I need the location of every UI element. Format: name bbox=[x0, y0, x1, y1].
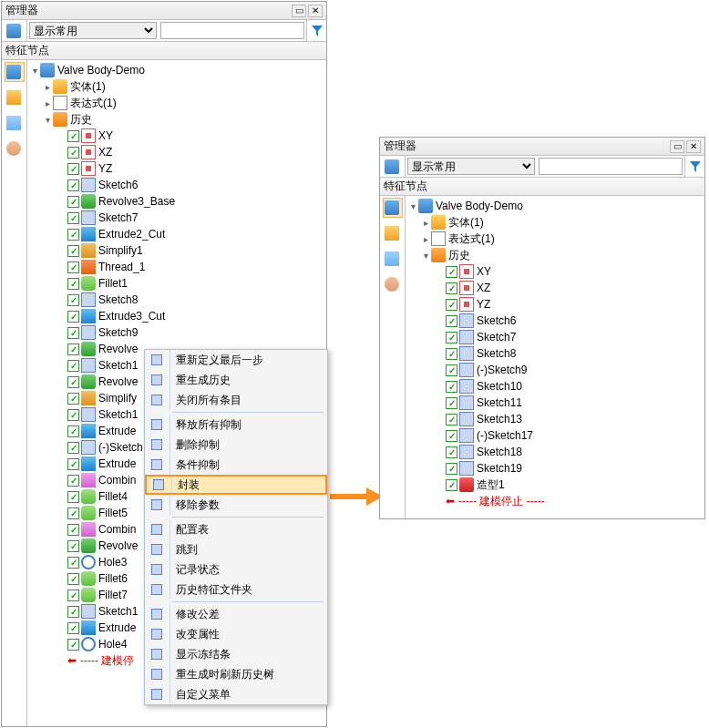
menu-item[interactable]: 重生成历史 bbox=[145, 370, 327, 390]
tree-item[interactable]: XY bbox=[406, 263, 704, 280]
checkbox[interactable] bbox=[67, 458, 79, 470]
tree-item[interactable]: XZ bbox=[406, 280, 704, 296]
checkbox[interactable] bbox=[67, 229, 79, 241]
mode-icon[interactable] bbox=[380, 156, 406, 177]
menu-item[interactable]: 配置表 bbox=[145, 519, 327, 539]
checkbox[interactable] bbox=[446, 364, 457, 376]
tree-item[interactable]: Revolve3_Base bbox=[27, 193, 326, 210]
tree-item[interactable]: YZ bbox=[27, 160, 326, 177]
tree-item[interactable]: Sketch11 bbox=[406, 395, 704, 411]
tree-history[interactable]: ▾历史 bbox=[27, 111, 326, 128]
checkbox[interactable] bbox=[67, 606, 79, 618]
sidebar-person-icon[interactable] bbox=[383, 274, 403, 294]
tree-item[interactable]: Sketch8 bbox=[406, 345, 704, 362]
sidebar-cube-icon[interactable] bbox=[5, 87, 25, 108]
tree-solids[interactable]: ▸实体(1) bbox=[27, 78, 326, 95]
checkbox[interactable] bbox=[446, 414, 457, 426]
menu-item[interactable]: 删除抑制 bbox=[145, 435, 327, 455]
checkbox[interactable] bbox=[67, 163, 79, 175]
checkbox[interactable] bbox=[67, 524, 79, 536]
checkbox[interactable] bbox=[446, 315, 457, 327]
menu-item[interactable]: 条件抑制 bbox=[145, 455, 327, 475]
checkbox[interactable] bbox=[67, 261, 79, 273]
checkbox[interactable] bbox=[67, 557, 79, 569]
tree-item[interactable]: Thread_1 bbox=[27, 259, 326, 275]
menu-item[interactable]: 改变属性 bbox=[145, 624, 327, 644]
checkbox[interactable] bbox=[67, 327, 79, 339]
checkbox[interactable] bbox=[67, 360, 79, 372]
menu-item[interactable]: 重生成时刷新历史树 bbox=[145, 664, 327, 684]
sidebar-assembly-icon[interactable] bbox=[5, 62, 25, 82]
menu-item[interactable]: 修改公差 bbox=[145, 604, 327, 624]
checkbox[interactable] bbox=[446, 397, 457, 409]
sidebar-person-icon[interactable] bbox=[5, 138, 25, 159]
checkbox[interactable] bbox=[67, 442, 79, 454]
menu-item[interactable]: 封装 bbox=[145, 475, 327, 495]
tree-item[interactable]: Sketch6 bbox=[406, 313, 704, 329]
tree-item[interactable]: Sketch18 bbox=[406, 444, 704, 460]
checkbox[interactable] bbox=[67, 426, 79, 437]
menu-item[interactable]: 记录状态 bbox=[145, 559, 327, 579]
checkbox[interactable] bbox=[446, 266, 457, 278]
tree-item[interactable]: Extrude3_Cut bbox=[27, 308, 326, 324]
checkbox[interactable] bbox=[67, 491, 79, 503]
tree-item[interactable]: Sketch6 bbox=[27, 177, 326, 193]
filter-button[interactable] bbox=[684, 156, 704, 177]
menu-item[interactable]: 历史特征文件夹 bbox=[145, 579, 327, 600]
checkbox[interactable] bbox=[446, 381, 457, 393]
sidebar-image-icon[interactable] bbox=[383, 249, 403, 269]
checkbox[interactable] bbox=[67, 130, 79, 142]
menu-item[interactable]: 重新定义最后一步 bbox=[145, 350, 327, 370]
tree-item[interactable]: Sketch19 bbox=[406, 460, 704, 477]
tree-item[interactable]: 造型1 bbox=[406, 477, 704, 493]
filter-button[interactable] bbox=[306, 20, 326, 41]
checkbox[interactable] bbox=[67, 376, 79, 388]
minimize-button[interactable]: ▭ bbox=[292, 5, 306, 17]
tree-expressions[interactable]: ▸表达式(1) bbox=[27, 95, 326, 111]
minimize-button[interactable]: ▭ bbox=[670, 140, 684, 153]
menu-item[interactable]: 显示冻结条 bbox=[145, 644, 327, 664]
checkbox[interactable] bbox=[446, 282, 457, 294]
checkbox[interactable] bbox=[67, 179, 79, 191]
checkbox[interactable] bbox=[67, 212, 79, 224]
menu-item[interactable]: 跳到 bbox=[145, 539, 327, 559]
checkbox[interactable] bbox=[67, 196, 79, 208]
tree-item[interactable]: Extrude2_Cut bbox=[27, 226, 326, 242]
sidebar-image-icon[interactable] bbox=[5, 113, 25, 133]
tree-item[interactable]: XZ bbox=[27, 144, 326, 160]
checkbox[interactable] bbox=[67, 409, 79, 421]
tree-item[interactable]: Sketch13 bbox=[406, 411, 704, 427]
tree-item[interactable]: Sketch7 bbox=[27, 210, 326, 226]
menu-item[interactable]: 自定义菜单 bbox=[145, 684, 327, 704]
sidebar-cube-icon[interactable] bbox=[383, 223, 403, 243]
tree-item[interactable]: XY bbox=[27, 128, 326, 144]
menu-item[interactable]: 关闭所有条目 bbox=[145, 390, 327, 410]
checkbox[interactable] bbox=[67, 475, 79, 487]
tree-item[interactable]: Sketch9 bbox=[27, 324, 326, 341]
checkbox[interactable] bbox=[446, 446, 457, 458]
checkbox[interactable] bbox=[446, 463, 457, 475]
close-button[interactable]: ✕ bbox=[686, 140, 701, 153]
checkbox[interactable] bbox=[67, 311, 79, 323]
checkbox[interactable] bbox=[67, 590, 79, 601]
checkbox[interactable] bbox=[67, 278, 79, 290]
checkbox[interactable] bbox=[67, 343, 79, 355]
tree-item[interactable]: Fillet1 bbox=[27, 275, 326, 292]
mode-icon[interactable] bbox=[2, 20, 27, 41]
feature-tree[interactable]: ▾Valve Body-Demo▸实体(1)▸表达式(1)▾历史XYXZYZSk… bbox=[406, 196, 704, 518]
menu-item[interactable]: 移除参数 bbox=[145, 495, 327, 515]
checkbox[interactable] bbox=[67, 622, 79, 634]
tree-root[interactable]: ▾Valve Body-Demo bbox=[27, 62, 326, 78]
tree-item[interactable]: Sketch8 bbox=[27, 292, 326, 308]
checkbox[interactable] bbox=[446, 299, 457, 311]
search-input[interactable] bbox=[160, 22, 304, 39]
checkbox[interactable] bbox=[67, 540, 79, 552]
tree-root[interactable]: ▾Valve Body-Demo bbox=[406, 198, 704, 214]
tree-item[interactable]: (-)Sketch17 bbox=[406, 427, 704, 444]
checkbox[interactable] bbox=[67, 393, 79, 405]
tree-item[interactable]: YZ bbox=[406, 296, 704, 313]
checkbox[interactable] bbox=[446, 348, 457, 360]
checkbox[interactable] bbox=[67, 147, 79, 159]
checkbox[interactable] bbox=[446, 479, 457, 491]
checkbox[interactable] bbox=[67, 245, 79, 257]
